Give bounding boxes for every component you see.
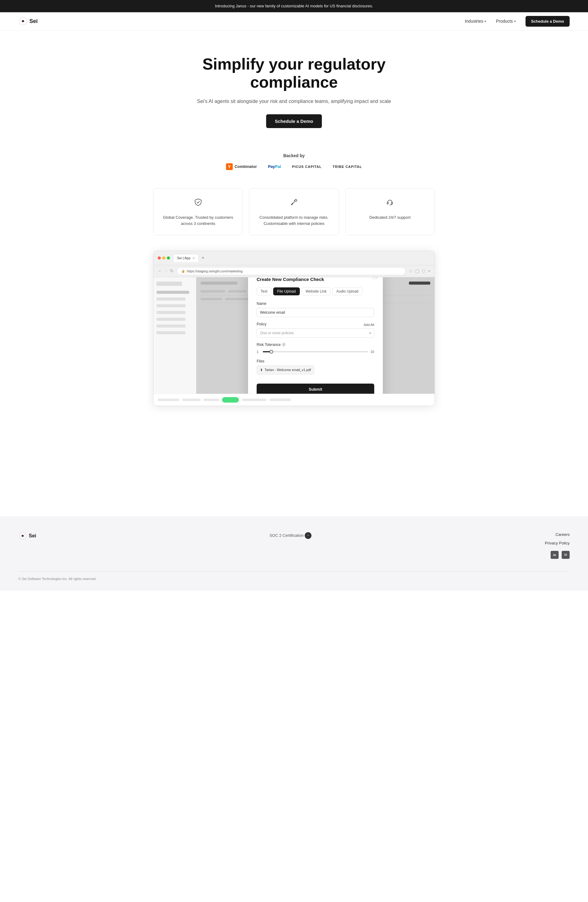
- browser-actions: ☆ ◯ ⬡ ≡: [409, 268, 430, 274]
- sidebar-item[interactable]: [156, 291, 189, 294]
- email-icon[interactable]: ✉: [561, 551, 570, 559]
- tribe-label: TRIBE CAPITAL: [333, 164, 362, 169]
- tab-text[interactable]: Text: [256, 287, 271, 295]
- footer-bottom: © Sei Software Technologies Inc. All rig…: [18, 571, 570, 581]
- logo-text: Sei: [30, 17, 38, 25]
- hero-subtext: Sei's AI agents sit alongside your risk …: [178, 98, 410, 105]
- chevron-down-icon: ▾: [514, 20, 516, 23]
- footer: Sei SOC 2 Certification ✓ Careers Privac…: [0, 516, 588, 591]
- features-section: Global Coverage. Trusted by customers ac…: [147, 188, 441, 235]
- file-name: Tartan - Welcome email_v1.pdf: [264, 367, 311, 373]
- content-spacer: [0, 424, 588, 516]
- hero-section: Simplify your regulatory compliance Sei'…: [172, 31, 416, 144]
- url-text: https://staging.seiright.com/marketing: [187, 269, 242, 274]
- cert-text: SOC 2 Certification: [269, 532, 303, 539]
- modal-tabs: Text File Upload Website Link Audio Uplo…: [256, 287, 374, 295]
- risk-slider-thumb[interactable]: [269, 350, 273, 354]
- sidebar-item[interactable]: [156, 324, 186, 327]
- browser-dots: [158, 257, 170, 260]
- backed-by-section: Backed by Y Combinator PayPal PICUS CAPI…: [0, 143, 588, 173]
- sidebar-item[interactable]: [156, 318, 186, 321]
- hero-heading: Simplify your regulatory compliance: [178, 55, 410, 92]
- feature-text-global: Global Coverage. Trusted by customers ac…: [161, 215, 235, 226]
- industries-menu[interactable]: Industries ▾: [465, 19, 486, 23]
- footer-top: Sei SOC 2 Certification ✓ Careers Privac…: [18, 532, 570, 559]
- compliance-modal: Create New Compliance Check ✕ Text File …: [248, 277, 383, 394]
- tab-close-icon[interactable]: ✕: [192, 256, 195, 260]
- cell-placeholder: [269, 399, 291, 401]
- footer-link-privacy[interactable]: Privacy Policy: [545, 540, 570, 546]
- url-bar[interactable]: 🔒 https://staging.seiright.com/marketing: [177, 267, 406, 276]
- svg-point-5: [22, 535, 23, 537]
- policy-label: Policy: [256, 321, 266, 327]
- picus-label: PICUS CAPITAL: [292, 164, 322, 169]
- sidebar-item[interactable]: [156, 298, 186, 301]
- app-sidebar: [153, 277, 196, 394]
- hero-cta-button[interactable]: Schedule a Demo: [266, 114, 322, 128]
- sidebar-item[interactable]: [156, 331, 186, 334]
- new-tab-icon[interactable]: +: [202, 255, 204, 261]
- maximize-dot[interactable]: [167, 257, 170, 260]
- sidebar-item: [156, 282, 182, 286]
- policy-row: Policy Add All: [256, 321, 374, 329]
- yc-icon: Y: [226, 163, 233, 170]
- forward-icon: →: [164, 268, 168, 274]
- products-menu[interactable]: Products ▾: [496, 19, 515, 23]
- backer-yc: Y Combinator: [226, 163, 257, 170]
- backer-tribe: TRIBE CAPITAL: [333, 164, 362, 169]
- yc-label: Combinator: [235, 164, 257, 170]
- risk-slider[interactable]: [263, 351, 368, 352]
- policy-select[interactable]: One or more policies: [256, 329, 374, 338]
- bottom-table-row: [158, 397, 430, 402]
- banner-text: Introducing Janus - our new family of cu…: [215, 4, 373, 8]
- tab-file-upload[interactable]: File Upload: [273, 287, 300, 295]
- footer-link-careers[interactable]: Careers: [545, 532, 570, 538]
- sidebar-item[interactable]: [156, 311, 186, 314]
- extension-icon[interactable]: ⬡: [422, 268, 425, 274]
- lock-icon: 🔒: [181, 269, 185, 273]
- name-input[interactable]: [256, 308, 374, 317]
- backer-picus: PICUS CAPITAL: [292, 164, 322, 169]
- backers-list: Y Combinator PayPal PICUS CAPITAL TRIBE …: [6, 163, 582, 170]
- linkedin-icon[interactable]: in: [550, 551, 558, 559]
- profile-icon[interactable]: ◯: [415, 268, 419, 274]
- nav-logo[interactable]: Sei: [18, 17, 38, 26]
- refresh-icon[interactable]: ↻: [170, 268, 174, 274]
- nav-links: Industries ▾ Products ▾ Schedule a Demo: [465, 16, 570, 27]
- cell-placeholder: [242, 399, 266, 401]
- feature-card-global: Global Coverage. Trusted by customers ac…: [153, 188, 243, 235]
- footer-logo-icon: [18, 532, 27, 540]
- close-dot[interactable]: [158, 257, 161, 260]
- minimize-dot[interactable]: [162, 257, 165, 260]
- feature-card-platform: Consolidated platform to manage risks. C…: [249, 188, 339, 235]
- browser-addressbar: ← → ↻ 🔒 https://staging.seiright.com/mar…: [153, 265, 435, 277]
- submit-button[interactable]: Submit: [256, 384, 374, 394]
- feature-text-support: Dedicated 24/7 support: [353, 215, 427, 221]
- browser-tab[interactable]: Sei | App ✕: [173, 254, 199, 262]
- svg-rect-3: [391, 202, 393, 204]
- shield-icon: [161, 197, 235, 210]
- app-screenshot-section: Sei | App ✕ + ← → ↻ 🔒 https://staging.se…: [147, 251, 441, 406]
- name-form-group: Name: [256, 301, 374, 317]
- tab-website-link[interactable]: Website Link: [302, 287, 330, 295]
- backer-paypal: PayPal: [268, 164, 281, 170]
- cell-placeholder: [204, 399, 219, 401]
- paypal-logo: PayPal: [268, 164, 281, 170]
- bookmark-icon[interactable]: ☆: [409, 268, 413, 274]
- files-label: Files: [256, 359, 374, 364]
- cell-placeholder: [158, 399, 179, 401]
- nav-cta-button[interactable]: Schedule a Demo: [525, 16, 570, 27]
- browser-nav-arrows: ← → ↻: [158, 268, 174, 274]
- footer-social: in ✉: [545, 551, 570, 559]
- download-icon: ⬇: [260, 367, 263, 373]
- sei-logo-icon: [18, 17, 28, 26]
- sidebar-item[interactable]: [156, 304, 186, 307]
- back-icon[interactable]: ←: [158, 268, 162, 274]
- files-form-group: Files ⬇ Tartan - Welcome email_v1.pdf: [256, 359, 374, 374]
- svg-rect-2: [387, 202, 388, 204]
- info-icon[interactable]: i: [282, 343, 286, 346]
- add-all-button[interactable]: Add All: [364, 322, 374, 327]
- menu-icon[interactable]: ≡: [428, 268, 430, 274]
- tab-audio-upload[interactable]: Audio Upload: [332, 287, 362, 295]
- status-badge: [222, 397, 239, 402]
